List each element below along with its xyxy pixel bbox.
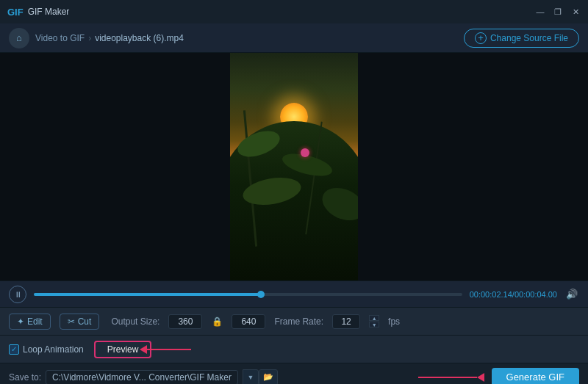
- path-dropdown-button[interactable]: ▼: [243, 369, 259, 385]
- app-title: GIF Maker: [28, 7, 70, 17]
- change-source-button[interactable]: + Change Source File: [464, 29, 579, 48]
- size-height-input[interactable]: [232, 314, 265, 329]
- preview-arrow-indicator: [140, 345, 191, 354]
- breadcrumb: Video to GIF › videoplayback (6).mp4: [35, 33, 184, 43]
- browse-folder-button[interactable]: 📂: [259, 369, 278, 385]
- volume-button[interactable]: 🔊: [564, 287, 579, 302]
- output-size-label: Output Size:: [111, 316, 159, 327]
- video-scene: [230, 53, 358, 280]
- volume-icon: 🔊: [566, 289, 578, 300]
- star-icon: ✦: [17, 316, 24, 327]
- cut-label: Cut: [78, 316, 92, 327]
- title-bar: GIF GIF Maker — ❐ ✕: [0, 0, 588, 23]
- arrow-head2: [477, 373, 484, 382]
- video-area: [0, 53, 588, 280]
- frame-rate-label: Frame Rate:: [274, 316, 323, 327]
- loop-animation-checkbox[interactable]: ✓: [9, 344, 19, 355]
- save-right: Generate GIF: [418, 368, 579, 384]
- app-icon: GIF: [7, 7, 24, 18]
- arrow-head: [140, 345, 147, 354]
- frame-rate-input[interactable]: [332, 314, 360, 329]
- home-icon: ⌂: [16, 32, 22, 43]
- restore-button[interactable]: ❐: [553, 7, 563, 17]
- nav-left: ⌂ Video to GIF › videoplayback (6).mp4: [9, 28, 184, 48]
- nav-bar: ⌂ Video to GIF › videoplayback (6).mp4 +…: [0, 23, 588, 53]
- scissors-icon: ✂: [68, 316, 75, 327]
- breadcrumb-separator: ›: [88, 33, 91, 43]
- pause-button[interactable]: ⏸: [9, 286, 26, 303]
- close-button[interactable]: ✕: [570, 7, 581, 17]
- edit-button[interactable]: ✦ Edit: [9, 314, 51, 330]
- pause-icon: ⏸: [14, 290, 22, 299]
- fps-spinner[interactable]: ▲ ▼: [369, 315, 379, 327]
- save-to-label: Save to:: [9, 372, 41, 383]
- arrow-line2: [418, 377, 477, 378]
- progress-bar[interactable]: [34, 293, 462, 296]
- plus-icon: +: [478, 33, 484, 43]
- generate-gif-button[interactable]: Generate GIF: [492, 368, 579, 384]
- path-controls: ▼ 📂: [243, 369, 278, 385]
- minimize-button[interactable]: —: [535, 7, 545, 17]
- fps-spinner-down[interactable]: ▼: [369, 322, 379, 327]
- edit-label: Edit: [27, 316, 43, 327]
- check-icon: ✓: [11, 345, 17, 353]
- progress-thumb: [257, 291, 265, 298]
- generate-arrow-indicator: [418, 373, 484, 382]
- home-button[interactable]: ⌂: [9, 28, 29, 48]
- loop-animation-checkbox-wrap[interactable]: ✓ Loop Animation: [9, 344, 84, 355]
- playback-bar: ⏸ 00:00:02.14/00:00:04.00 🔊: [0, 280, 588, 307]
- time-current: 00:00:02.14: [470, 290, 512, 299]
- title-bar-left: GIF GIF Maker: [7, 7, 69, 18]
- time-display: 00:00:02.14/00:00:04.00: [470, 290, 557, 299]
- loop-bar: ✓ Loop Animation Preview: [0, 335, 588, 363]
- edit-bar: ✦ Edit ✂ Cut Output Size: 🔒 Frame Rate: …: [0, 307, 588, 335]
- fps-spinner-up[interactable]: ▲: [369, 315, 379, 321]
- video-preview: [230, 53, 358, 280]
- progress-fill: [34, 293, 261, 296]
- size-width-input[interactable]: [168, 314, 202, 329]
- change-source-label: Change Source File: [490, 33, 568, 43]
- title-bar-controls: — ❐ ✕: [535, 7, 581, 17]
- loop-animation-label: Loop Animation: [23, 344, 84, 355]
- plus-circle-icon: +: [475, 32, 487, 44]
- scene-flower: [301, 148, 309, 157]
- preview-label: Preview: [107, 344, 139, 355]
- breadcrumb-root[interactable]: Video to GIF: [35, 33, 85, 43]
- cut-button[interactable]: ✂ Cut: [60, 314, 100, 330]
- fps-unit-label: fps: [388, 316, 400, 327]
- time-total: 00:00:04.00: [514, 290, 557, 299]
- save-left: Save to: C:\Vidmore\Vidmore V... Convert…: [9, 369, 278, 385]
- breadcrumb-file: videoplayback (6).mp4: [95, 33, 184, 43]
- arrow-line: [147, 349, 191, 350]
- lock-icon[interactable]: 🔒: [211, 316, 223, 327]
- generate-gif-label: Generate GIF: [506, 372, 564, 383]
- save-path-display: C:\Vidmore\Vidmore V... Converter\GIF Ma…: [46, 370, 238, 385]
- save-bar: Save to: C:\Vidmore\Vidmore V... Convert…: [0, 363, 588, 384]
